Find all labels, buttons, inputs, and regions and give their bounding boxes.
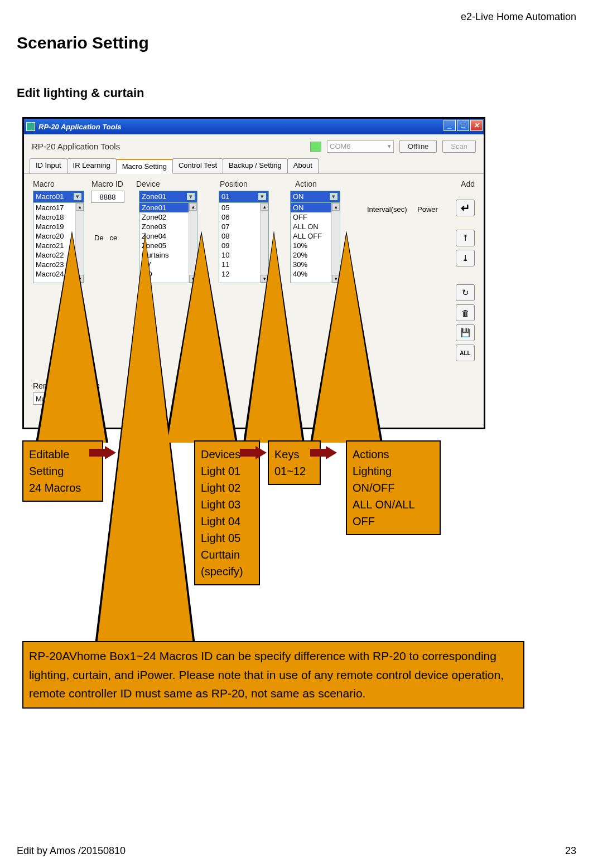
move-bottom-button[interactable]: ⤓ (456, 250, 475, 266)
macro-selected: Macro01 (36, 192, 64, 201)
titlebar: RP-20 Application Tools _ □ ✕ (24, 119, 484, 134)
tabs: ID Input IR Learning Macro Setting Contr… (24, 158, 484, 174)
scroll-up-icon[interactable]: ▴ (332, 203, 340, 211)
device-selected: Zone01 (142, 192, 166, 201)
callout-line: 24 Macros (29, 479, 97, 496)
tab-about[interactable]: About (287, 158, 319, 173)
add-button[interactable]: ↵ (456, 200, 475, 216)
callout-line: Light 03 (201, 496, 253, 513)
callout-line: ON/OFF (353, 479, 434, 496)
app-toolbar: RP-20 Application Tools COM6 ▾ Offline S… (24, 134, 484, 158)
minimize-button[interactable]: _ (443, 120, 456, 131)
app-label: RP-20 Application Tools (32, 142, 120, 151)
callout-line: Editable (29, 446, 97, 463)
status-indicator (310, 142, 321, 152)
callout-line: Setting (29, 463, 97, 479)
action-selected: ON (293, 192, 304, 201)
save-all-button[interactable]: ALL (456, 345, 475, 361)
grid-label-de: De (94, 234, 104, 242)
label-action: Action (295, 180, 379, 188)
window-title: RP-20 Application Tools (38, 123, 122, 131)
position-listbox[interactable]: 05 06 07 08 09 10 11 12 ▴▾ (219, 202, 269, 283)
section-title: Edit lighting & curtain (17, 86, 576, 100)
position-select[interactable]: 01 ▾ (219, 191, 269, 202)
delete-button[interactable]: 🗑 (456, 304, 475, 321)
scroll-up-icon[interactable]: ▴ (261, 203, 268, 211)
callout-line: OFF (353, 513, 434, 530)
arrow-icon (310, 446, 338, 459)
tab-id-input[interactable]: ID Input (30, 158, 68, 173)
scroll-up-icon[interactable]: ▴ (76, 203, 84, 211)
scroll-up-icon[interactable]: ▴ (189, 203, 197, 211)
position-selected: 01 (221, 192, 229, 201)
tab-control-test[interactable]: Control Test (172, 158, 223, 173)
callout-devices: Devices Light 01 Light 02 Light 03 Light… (194, 440, 260, 585)
refresh-button[interactable]: ↻ (456, 284, 475, 301)
callout-line: Light 02 (201, 479, 253, 496)
callout-actions: Actions Lighting ON/OFF ALL ON/ALL OFF (346, 440, 441, 535)
footer-page-number: 23 (565, 845, 576, 857)
chevron-down-icon: ▾ (187, 193, 195, 200)
macro-id-input[interactable] (91, 191, 124, 203)
tab-macro-setting[interactable]: Macro Setting (116, 159, 173, 174)
chevron-down-icon: ▾ (74, 193, 81, 200)
label-macro: Macro (33, 180, 91, 188)
macro-select[interactable]: Macro01 ▾ (33, 191, 84, 202)
label-position: Position (220, 180, 295, 188)
close-button[interactable]: ✕ (470, 120, 483, 131)
chevron-down-icon: ▾ (388, 143, 391, 150)
offline-button[interactable]: Offline (399, 140, 437, 153)
chevron-down-icon: ▾ (330, 193, 338, 200)
chevron-down-icon: ▾ (258, 193, 266, 200)
label-device: Device (136, 180, 220, 188)
callout-line: Light 05 (201, 530, 253, 546)
label-macro-id: Macro ID (91, 180, 136, 188)
callout-bottom-note: RP-20AVhome Box1~24 Macros ID can be spe… (22, 641, 524, 709)
callout-line: Curttain (201, 546, 253, 563)
arrow-icon (240, 446, 268, 459)
app-icon (26, 122, 35, 131)
page-title: Scenario Setting (17, 33, 576, 52)
callout-line: ALL ON/ALL (353, 496, 434, 513)
com-port-value: COM6 (330, 142, 351, 151)
callout-line: (specify) (201, 563, 253, 580)
save-button[interactable]: 💾 (456, 324, 475, 341)
device-select[interactable]: Zone01 ▾ (139, 191, 197, 202)
label-add: Add (461, 180, 475, 188)
move-top-button[interactable]: ⤒ (456, 230, 475, 246)
header-product: e2-Live Home Automation (461, 11, 576, 23)
callout-line: Keys (274, 446, 314, 463)
scan-button[interactable]: Scan (442, 140, 476, 153)
maximize-button[interactable]: □ (457, 120, 469, 131)
grid-header-power: Power (417, 205, 456, 214)
footer-author: Edit by Amos /20150810 (17, 845, 126, 857)
action-listbox[interactable]: ON OFF ALL ON ALL OFF 10% 20% 30% 40% ▴▾ (290, 202, 340, 283)
tab-backup-setting[interactable]: Backup / Setting (223, 158, 288, 173)
grid-label-ce: ce (109, 234, 117, 242)
arrow-icon (89, 446, 117, 459)
com-port-select[interactable]: COM6 ▾ (327, 140, 394, 153)
callout-line: 01~12 (274, 463, 314, 479)
action-select[interactable]: ON ▾ (290, 191, 340, 202)
grid-header-interval: Interval(sec) (367, 205, 417, 214)
callout-line: Light 01 (201, 463, 253, 479)
callout-line: Light 04 (201, 513, 253, 530)
callout-line: Lighting (353, 463, 434, 479)
tab-ir-learning[interactable]: IR Learning (67, 158, 117, 173)
callout-line: Actions (353, 446, 434, 463)
